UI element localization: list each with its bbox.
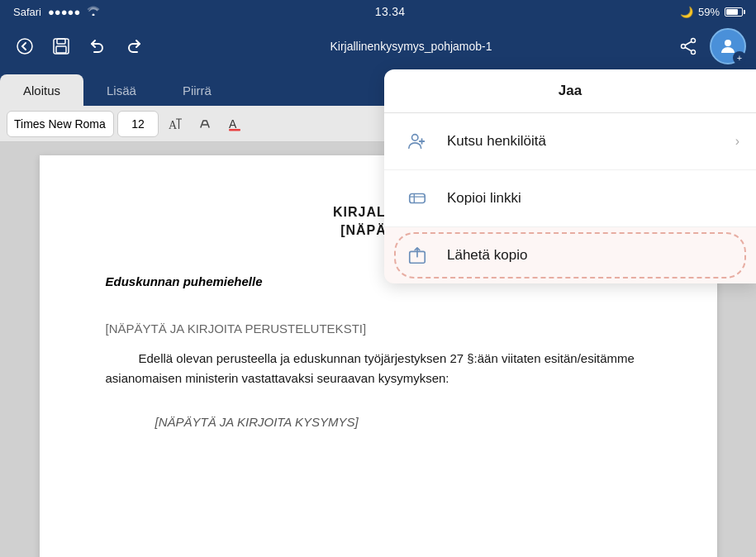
- svg-point-5: [692, 50, 696, 55]
- save-button[interactable]: [46, 31, 76, 61]
- format-a-button[interactable]: A: [162, 111, 188, 137]
- svg-rect-12: [410, 193, 425, 202]
- share-box-icon: [401, 239, 434, 272]
- document-placeholder1[interactable]: [NÄPÄYTÄ JA KIRJOITA PERUSTELUTEKSTI]: [106, 321, 651, 336]
- avatar-button[interactable]: +: [710, 28, 746, 64]
- status-bar-left: Safari ●●●●●: [13, 6, 100, 18]
- svg-rect-10: [229, 129, 240, 131]
- status-bar: Safari ●●●●● 13.34 🌙 59%: [0, 0, 756, 23]
- send-copy-label: Lähetä kopio: [447, 247, 739, 264]
- svg-text:A: A: [169, 119, 178, 131]
- redo-button[interactable]: [119, 31, 149, 61]
- svg-rect-3: [56, 46, 66, 53]
- share-button[interactable]: [673, 31, 703, 61]
- document-question-placeholder[interactable]: [NÄPÄYTÄ JA KIRJOITA KYSYMYS]: [155, 415, 651, 429]
- svg-point-11: [412, 135, 418, 140]
- svg-point-6: [682, 45, 686, 49]
- undo-button[interactable]: [83, 31, 112, 61]
- svg-text:A: A: [229, 117, 237, 131]
- font-family-selector[interactable]: Times New Roma: [7, 111, 114, 137]
- share-invite-item[interactable]: Kutsu henkilöitä ›: [384, 113, 756, 170]
- invite-label: Kutsu henkilöitä: [447, 133, 735, 150]
- wifi-icon: [87, 6, 100, 18]
- back-button[interactable]: [10, 31, 40, 61]
- share-copy-link-item[interactable]: Kopioi linkki: [384, 170, 756, 227]
- safari-label: Safari: [13, 6, 41, 18]
- document-body[interactable]: Edellä olevan perusteella ja eduskunnan …: [106, 349, 651, 388]
- toolbar: Kirjallinenkysymys_pohjamob-1 +: [0, 23, 756, 69]
- battery-percentage: 59%: [698, 6, 720, 18]
- invite-arrow-icon: ›: [735, 134, 739, 149]
- moon-icon: 🌙: [680, 6, 693, 18]
- share-send-copy-item[interactable]: Lähetä kopio: [384, 227, 756, 283]
- share-panel: Jaa Kutsu henkilöitä › Kopioi linkki: [384, 69, 756, 283]
- tab-aloitus[interactable]: Aloitus: [0, 74, 83, 106]
- signal-dots: ●●●●●: [48, 6, 80, 18]
- toolbar-right: +: [673, 28, 746, 64]
- font-size-selector[interactable]: 12: [117, 111, 159, 137]
- document-title: Kirjallinenkysymys_pohjamob-1: [155, 40, 667, 53]
- battery-icon: [725, 7, 743, 17]
- share-panel-title: Jaa: [384, 69, 756, 113]
- status-bar-time: 13.34: [375, 5, 406, 18]
- svg-rect-2: [57, 39, 65, 44]
- highlight-button[interactable]: [192, 111, 218, 137]
- tab-piirra[interactable]: Piirrä: [159, 74, 235, 106]
- copy-link-label: Kopioi linkki: [447, 190, 739, 207]
- avatar-plus-icon: +: [733, 51, 746, 64]
- person-add-icon: [401, 125, 434, 158]
- color-a-button[interactable]: A: [221, 111, 248, 137]
- tab-lisaa[interactable]: Lisää: [83, 74, 159, 106]
- svg-point-4: [692, 39, 696, 43]
- svg-point-7: [725, 40, 731, 46]
- status-bar-right: 🌙 59%: [680, 6, 743, 18]
- link-icon: [401, 182, 434, 215]
- svg-point-0: [17, 39, 32, 54]
